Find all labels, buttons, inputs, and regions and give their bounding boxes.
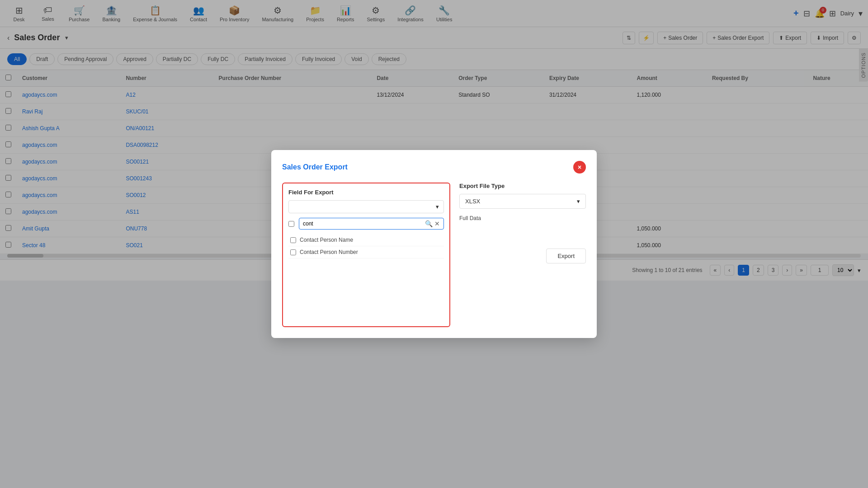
field-search-input[interactable] [303,221,425,227]
full-data-label: Full Data [459,215,586,221]
modal-close-button[interactable]: × [573,161,586,174]
field-item-contact-person-name: Contact Person Name [288,234,444,246]
clear-search-icon[interactable]: ✕ [434,220,440,227]
file-type-selected: XLSX [465,198,480,205]
field-item-contact-person-number: Contact Person Number [288,246,444,258]
export-file-panel: Export File Type XLSX ▾ Full Data Export [459,183,586,281]
field-export-dropdown[interactable]: ▾ [288,200,444,213]
file-type-dropdown[interactable]: XLSX ▾ [459,194,586,209]
search-row: 🔍 ✕ [288,218,444,230]
field-export-label: Field For Export [288,189,444,196]
search-input-wrap: 🔍 ✕ [299,218,444,230]
select-all-fields-checkbox[interactable] [288,221,294,227]
dropdown-chevron-icon: ▾ [436,203,439,210]
search-icon[interactable]: 🔍 [425,220,433,227]
sales-order-export-modal: Sales Order Export × Field For Export ▾ … [271,150,597,281]
modal-export-button[interactable]: Export [546,249,586,263]
export-file-label: Export File Type [459,183,586,189]
modal-title: Sales Order Export [282,163,348,171]
field-list: Contact Person Name Contact Person Numbe… [288,234,444,258]
field-label-contact-person-number: Contact Person Number [300,249,358,255]
export-btn-row: Export [459,249,586,263]
field-label-contact-person-name: Contact Person Name [300,237,353,243]
field-checkbox-contact-person-number[interactable] [290,249,296,255]
file-type-chevron-icon: ▾ [577,198,580,205]
modal-header: Sales Order Export × [282,161,586,174]
field-checkbox-contact-person-name[interactable] [290,237,296,243]
field-export-panel: Field For Export ▾ 🔍 ✕ Contact Person Na… [282,183,450,281]
modal-body: Field For Export ▾ 🔍 ✕ Contact Person Na… [282,183,586,281]
